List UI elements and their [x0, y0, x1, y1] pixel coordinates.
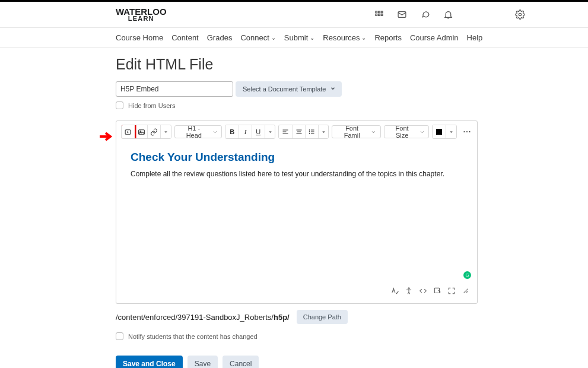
nav-course-admin[interactable]: Course Admin	[410, 33, 459, 42]
italic-button[interactable]: I	[239, 125, 252, 138]
align-left-button[interactable]	[279, 125, 292, 138]
global-header: WATERLOO LEARN	[0, 2, 588, 28]
nav-label: Submit	[284, 33, 308, 42]
list-more-dropdown[interactable]	[318, 125, 329, 138]
change-path-button[interactable]: Change Path	[297, 310, 348, 324]
resize-handle-icon[interactable]	[462, 287, 470, 297]
content-heading: Check Your Understanding	[131, 151, 463, 164]
insert-stuff-button[interactable]	[122, 125, 135, 138]
nav-label: Course Home	[116, 33, 163, 42]
messages-icon[interactable]	[420, 9, 430, 20]
svg-point-13	[309, 134, 310, 134]
nav-resources[interactable]: Resources⌄	[323, 33, 366, 42]
nav-label: Content	[171, 33, 199, 42]
toolbar-overflow-button[interactable]: ⋯	[463, 127, 472, 137]
preview-icon[interactable]	[433, 287, 441, 297]
html-editor: H1 - Head B I U	[116, 120, 478, 304]
svg-point-7	[519, 14, 521, 16]
nav-reports[interactable]: Reports	[374, 33, 402, 42]
brand-logo[interactable]: WATERLOO LEARN	[116, 8, 167, 21]
chevron-down-icon: ⌄	[310, 34, 314, 41]
nav-label: Connect	[240, 33, 269, 42]
svg-rect-0	[376, 11, 377, 13]
font-family-label: Font Famil	[336, 125, 367, 139]
nav-grades[interactable]: Grades	[207, 33, 233, 42]
notify-checkbox-label: Notify students that the content has cha…	[128, 333, 258, 340]
course-nav: Course Home Content Grades Connect⌄ Subm…	[0, 28, 588, 48]
font-size-label: Font Size	[389, 125, 416, 139]
svg-point-12	[309, 132, 310, 132]
mail-icon[interactable]	[397, 9, 407, 20]
notify-students-checkbox[interactable]	[116, 332, 123, 340]
fullscreen-icon[interactable]	[447, 287, 456, 297]
cancel-button[interactable]: Cancel	[223, 356, 259, 368]
nav-label: Grades	[207, 33, 233, 42]
nav-content[interactable]: Content	[171, 33, 199, 42]
svg-rect-2	[381, 11, 383, 13]
notifications-icon[interactable]	[443, 9, 453, 20]
insert-image-button[interactable]	[135, 125, 148, 138]
nav-label: Reports	[374, 33, 402, 42]
hide-checkbox-label: Hide from Users	[128, 102, 175, 109]
page-title: Edit HTML File	[116, 56, 478, 73]
bold-button[interactable]: B	[225, 125, 239, 138]
source-code-icon[interactable]	[419, 287, 427, 297]
insert-link-button[interactable]	[147, 125, 160, 138]
svg-rect-9	[138, 130, 144, 135]
svg-rect-5	[381, 14, 383, 15]
chevron-down-icon: ⌄	[271, 34, 276, 41]
svg-rect-3	[376, 14, 377, 15]
svg-rect-1	[379, 11, 380, 13]
svg-rect-4	[379, 14, 380, 15]
nav-course-home[interactable]: Course Home	[116, 33, 163, 42]
underline-button[interactable]: U	[252, 125, 265, 138]
file-path: /content/enforced/397191-SandboxJ_Robert…	[116, 313, 290, 322]
list-button[interactable]	[305, 125, 318, 138]
callout-arrow-icon	[98, 131, 115, 142]
align-more-button[interactable]	[292, 125, 305, 138]
paragraph-style-select[interactable]: H1 - Head	[174, 125, 222, 138]
save-button[interactable]: Save	[187, 356, 218, 368]
color-swatch	[436, 129, 442, 135]
content-paragraph: Complete all the review questions listed…	[131, 170, 463, 178]
file-title-input[interactable]	[116, 81, 233, 97]
svg-point-10	[140, 131, 141, 132]
save-and-close-button[interactable]: Save and Close	[116, 356, 183, 368]
font-color-dropdown[interactable]	[446, 125, 456, 138]
chevron-down-icon	[330, 85, 336, 93]
settings-icon[interactable]	[515, 9, 525, 20]
paragraph-select-label: H1 - Head	[179, 125, 209, 139]
insert-more-dropdown[interactable]	[160, 125, 171, 138]
template-button-label: Select a Document Template	[243, 85, 326, 93]
file-path-prefix: /content/enforced/397191-SandboxJ_Robert…	[116, 313, 274, 322]
hide-from-users-checkbox[interactable]	[116, 101, 123, 109]
font-size-select[interactable]: Font Size	[384, 125, 430, 138]
nav-connect[interactable]: Connect⌄	[240, 33, 275, 42]
apps-icon[interactable]	[374, 10, 384, 20]
nav-label: Course Admin	[410, 33, 459, 42]
nav-help[interactable]: Help	[467, 33, 483, 42]
font-family-select[interactable]: Font Famil	[332, 125, 380, 138]
nav-label: Resources	[323, 33, 360, 42]
text-format-more-dropdown[interactable]	[265, 125, 275, 138]
chevron-down-icon: ⌄	[361, 34, 366, 41]
font-color-button[interactable]	[433, 125, 446, 138]
editor-content-area[interactable]: Check Your Understanding Complete all th…	[116, 142, 477, 283]
file-path-bold: h5p/	[274, 313, 290, 322]
nav-submit[interactable]: Submit⌄	[284, 33, 314, 42]
editor-footer: G	[116, 283, 477, 303]
spellcheck-icon[interactable]	[390, 287, 399, 297]
nav-label: Help	[467, 33, 483, 42]
svg-point-14	[408, 288, 409, 289]
editor-toolbar: H1 - Head B I U	[116, 121, 477, 142]
accessibility-icon[interactable]	[405, 287, 413, 297]
select-template-button[interactable]: Select a Document Template	[236, 81, 342, 97]
svg-point-11	[309, 130, 310, 131]
